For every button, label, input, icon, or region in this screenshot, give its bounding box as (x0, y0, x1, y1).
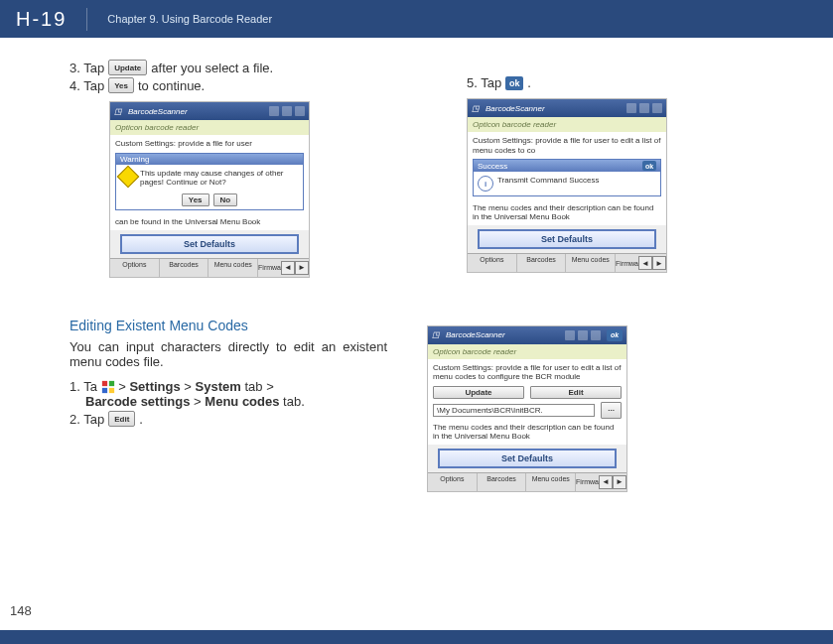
success-dialog: Success ok i Transmit Command Success (473, 159, 661, 196)
step-text: > (266, 379, 274, 394)
screenshot-success: ◳ BarcodeScanner Opticon barcode reader … (467, 98, 667, 273)
step-text: tab. (283, 394, 305, 409)
tab-scroll[interactable]: ◄► (599, 475, 626, 489)
step-text: 5. Tap (467, 75, 501, 90)
tab-menu-codes[interactable]: Menu codes (208, 259, 258, 277)
dialog-title: Success (478, 162, 642, 171)
top-bar: H-19 Chapter 9. Using Barcode Reader (0, 0, 833, 38)
step-text: 4. Tap (69, 78, 104, 93)
svg-rect-3 (108, 388, 113, 393)
info-icon: i (478, 176, 493, 192)
set-defaults-button[interactable]: Set Defaults (478, 229, 656, 249)
editing-section: Editing Existent Menu Codes You can inpu… (69, 318, 387, 492)
dialog-message: This update may cause changes of other p… (140, 169, 299, 187)
file-path-field[interactable]: \My Documents\BCR\InitBCR. (433, 404, 595, 417)
window-titlebar: ◳ BarcodeScanner (468, 99, 666, 117)
window-subtitle: Opticon barcode reader (428, 344, 626, 359)
step-text: . (139, 412, 143, 427)
tab-scroll[interactable]: ◄► (638, 256, 666, 270)
step-text: tab (244, 379, 262, 394)
chapter-title: Chapter 9. Using Barcode Reader (107, 13, 272, 25)
svg-rect-0 (101, 381, 106, 386)
section-heading: Editing Existent Menu Codes (69, 318, 387, 333)
titlebar-icons (565, 330, 601, 340)
tab-bar: Options Barcodes Menu codes Firmwa ◄► (110, 258, 309, 277)
titlebar-icons (626, 103, 662, 113)
tab-bar: Options Barcodes Menu codes Firmwa ◄► (468, 253, 666, 272)
tab-scroll[interactable]: ◄► (281, 261, 309, 275)
window-titlebar: ◳ BarcodeScanner ok (428, 326, 626, 344)
set-defaults-button[interactable]: Set Defaults (438, 449, 617, 468)
barcode-settings-label: Barcode settings (85, 394, 190, 409)
section-paragraph: You can input characters directly to edi… (69, 339, 387, 369)
menu-codes-label: Menu codes (205, 394, 279, 409)
tab-menu-codes[interactable]: Menu codes (566, 254, 616, 272)
tab-options[interactable]: Options (468, 254, 517, 272)
window-title: BarcodeScanner (128, 107, 188, 116)
yes-button-image: Yes (108, 77, 134, 93)
edit-button[interactable]: Edit (530, 386, 622, 399)
page-number: 148 (10, 603, 32, 618)
tab-menu-codes[interactable]: Menu codes (526, 473, 576, 491)
tab-firmware[interactable]: Firmwa (576, 478, 599, 485)
step-text: to continue. (138, 78, 205, 93)
step-text: > (184, 379, 192, 394)
tab-bar: Options Barcodes Menu codes Firmwa ◄► (428, 472, 626, 491)
window-title: BarcodeScanner (486, 104, 545, 113)
dialog-ok-button[interactable]: ok (642, 161, 656, 171)
ok-button-image: ok (505, 76, 523, 90)
edit-button-image: Edit (108, 411, 135, 427)
settings-text: Custom Settings: provide a file for user… (473, 136, 661, 155)
yes-button[interactable]: Yes (182, 193, 209, 206)
tab-options[interactable]: Options (110, 259, 160, 277)
svg-rect-2 (101, 388, 106, 393)
right-column: 5. Tap ok . ◳ BarcodeScanner Opticon bar… (467, 58, 715, 278)
step-text: after you select a file. (151, 61, 273, 75)
ok-softkey[interactable]: ok (607, 329, 623, 341)
svg-rect-1 (108, 381, 113, 386)
tab-barcodes[interactable]: Barcodes (478, 473, 527, 491)
set-defaults-button[interactable]: Set Defaults (120, 234, 299, 254)
dialog-message: Transmit Command Success (497, 176, 656, 185)
update-button-image: Update (108, 60, 147, 75)
window-title: BarcodeScanner (446, 330, 505, 339)
tab-firmware[interactable]: Firmwa (616, 260, 638, 267)
start-icon: ◳ (114, 107, 122, 116)
screenshot-warning: ◳ BarcodeScanner Opticon barcode reader … (109, 101, 310, 278)
step-text: 2. Tap (69, 412, 104, 427)
tab-barcodes[interactable]: Barcodes (160, 259, 209, 277)
tab-options[interactable]: Options (428, 473, 478, 491)
tab-barcodes[interactable]: Barcodes (517, 254, 567, 272)
step-4: 4. Tap Yes to continue. (69, 77, 407, 93)
warning-icon (117, 165, 140, 188)
bottom-bar (0, 630, 833, 644)
device-model: H-19 (16, 8, 87, 31)
edit-step-2: 2. Tap Edit . (69, 411, 387, 427)
browse-button[interactable]: ... (601, 402, 622, 419)
step-text: > (118, 379, 126, 394)
start-icon: ◳ (432, 330, 440, 339)
step-5: 5. Tap ok . (467, 75, 715, 90)
note-text: The menu codes and their description can… (468, 203, 666, 225)
dialog-title: Warning (116, 154, 303, 165)
step-text: . (527, 75, 531, 90)
step-3: 3. Tap Update after you select a file. (69, 60, 407, 75)
edit-step-1: 1. Ta > Settings > System tab > Barcode … (69, 379, 387, 410)
warning-dialog: Warning This update may cause changes of… (115, 153, 304, 210)
start-icon: ◳ (472, 104, 480, 113)
no-button[interactable]: No (213, 193, 238, 206)
step-text: 3. Tap (69, 61, 104, 75)
left-column: 3. Tap Update after you select a file. 4… (69, 58, 407, 278)
note-text: can be found in the Universal Menu Book (110, 217, 309, 230)
titlebar-icons (269, 106, 305, 116)
update-button[interactable]: Update (433, 386, 524, 399)
tab-firmware[interactable]: Firmwa (258, 264, 281, 271)
settings-text: Custom Settings: provide a file for user (115, 139, 304, 149)
screenshot-edit: ◳ BarcodeScanner ok Opticon barcode read… (427, 325, 627, 492)
step-text: 1. Ta (69, 379, 97, 394)
window-subtitle: Opticon barcode reader (110, 120, 309, 135)
window-titlebar: ◳ BarcodeScanner (110, 102, 309, 120)
settings-label: Settings (129, 379, 180, 394)
system-label: System (196, 379, 241, 394)
note-text: The menu codes and their description can… (428, 423, 626, 445)
